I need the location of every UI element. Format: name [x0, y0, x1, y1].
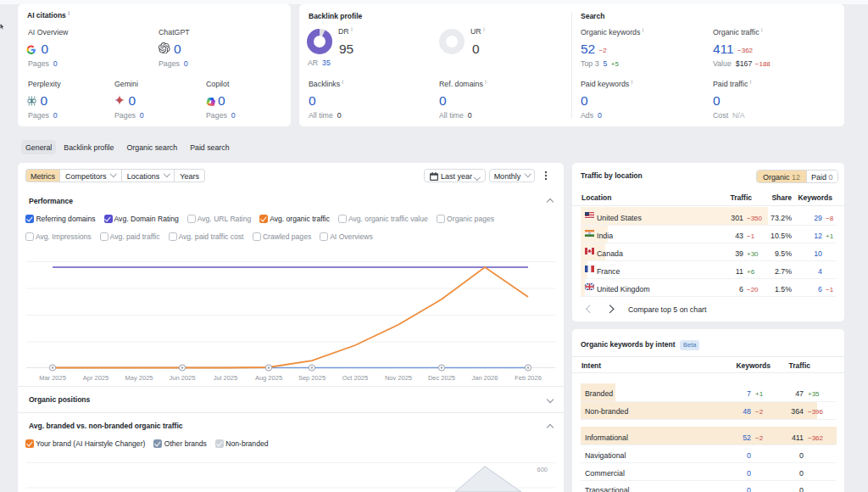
- svg-text:Jan 2026: Jan 2026: [472, 374, 498, 382]
- svg-text:Apr 2025: Apr 2025: [83, 374, 108, 382]
- svg-text:May 2025: May 2025: [125, 374, 153, 382]
- svg-text:Aug 2025: Aug 2025: [255, 374, 282, 382]
- svg-text:600: 600: [537, 466, 548, 473]
- svg-text:Sep 2025: Sep 2025: [298, 374, 326, 382]
- svg-text:Oct 2025: Oct 2025: [342, 374, 368, 382]
- svg-text:Jun 2025: Jun 2025: [170, 374, 196, 382]
- svg-text:Nov 2025: Nov 2025: [385, 374, 412, 382]
- svg-text:Jul 2025: Jul 2025: [214, 374, 237, 382]
- svg-text:Dec 2025: Dec 2025: [428, 374, 455, 382]
- svg-text:Feb 2026: Feb 2026: [515, 374, 542, 382]
- svg-text:Mar 2025: Mar 2025: [39, 374, 66, 382]
